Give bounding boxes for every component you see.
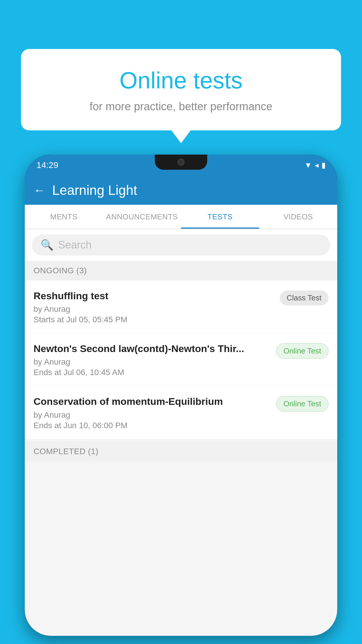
test-by-3: by Anurag [34,410,271,420]
test-date-1: Starts at Jul 05, 05:45 PM [34,315,275,324]
test-by-1: by Anurag [34,304,275,314]
test-date-2: Ends at Jul 06, 10:45 AM [34,368,271,377]
tab-ments[interactable]: MENTS [25,205,103,229]
test-item[interactable]: Newton's Second law(contd)-Newton's Thir… [25,333,337,386]
nav-bar: ← Learning Light [25,176,337,205]
status-icons: ▼ ◂ ▮ [304,161,326,170]
speech-bubble: Online tests for more practice, better p… [21,49,341,130]
search-input[interactable]: Search [58,239,92,251]
phone-notch [155,155,207,170]
test-badge-1: Class Test [280,290,328,305]
search-bar-wrapper: 🔍 Search [25,229,337,261]
test-badge-2: Online Test [276,343,328,359]
tab-videos[interactable]: VIDEOS [259,205,337,229]
bubble-subtitle: for more practice, better performance [36,100,326,113]
section-ongoing-header: ONGOING (3) [25,261,337,281]
test-name-1: Reshuffling test [34,289,275,302]
test-info-1: Reshuffling test by Anurag Starts at Jul… [34,289,275,324]
tab-announcements[interactable]: ANNOUNCEMENTS [103,205,181,229]
test-list: Reshuffling test by Anurag Starts at Jul… [25,281,337,439]
test-badge-3: Online Test [276,396,328,412]
phone-frame: 14:29 ▼ ◂ ▮ ← Learning Light MENTS ANNOU… [25,155,337,636]
wifi-icon: ▼ [304,161,312,170]
ongoing-label: ONGOING (3) [34,266,87,275]
status-time: 14:29 [36,160,58,170]
signal-icon: ◂ [315,161,319,170]
bubble-title: Online tests [36,66,326,94]
test-date-3: Ends at Jun 10, 06:00 PM [34,421,271,430]
completed-label: COMPLETED (1) [34,447,99,456]
search-bar[interactable]: 🔍 Search [32,235,330,256]
test-name-2: Newton's Second law(contd)-Newton's Thir… [34,342,271,355]
test-item[interactable]: Reshuffling test by Anurag Starts at Jul… [25,281,337,333]
tabs-bar: MENTS ANNOUNCEMENTS TESTS VIDEOS [25,205,337,229]
phone-camera [178,159,184,166]
phone-wrapper: 14:29 ▼ ◂ ▮ ← Learning Light MENTS ANNOU… [25,155,337,644]
test-info-3: Conservation of momentum-Equilibrium by … [34,395,271,430]
section-completed-header: COMPLETED (1) [25,442,337,461]
search-icon: 🔍 [41,239,54,251]
test-item[interactable]: Conservation of momentum-Equilibrium by … [25,386,337,439]
test-info-2: Newton's Second law(contd)-Newton's Thir… [34,342,271,377]
battery-icon: ▮ [321,161,326,170]
tab-tests[interactable]: TESTS [181,205,259,229]
test-name-3: Conservation of momentum-Equilibrium [34,395,271,408]
test-by-2: by Anurag [34,357,271,367]
nav-title: Learning Light [52,182,137,198]
back-button[interactable]: ← [34,184,45,197]
screen-content: 🔍 Search ONGOING (3) Reshuffling test by… [25,229,337,636]
